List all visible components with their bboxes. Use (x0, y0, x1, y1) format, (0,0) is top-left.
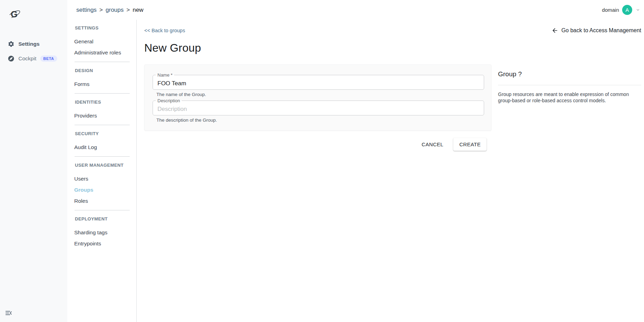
avatar: A (622, 5, 632, 15)
subnav-section-security: SECURITY (75, 130, 136, 137)
topbar: settings > groups > new domain A (67, 0, 644, 20)
group-form-card: Name * The name of the Group. Descriptio… (144, 64, 491, 131)
divider (75, 93, 130, 94)
go-back-access-management-link[interactable]: Go back to Access Management (551, 27, 641, 34)
go-back-label: Go back to Access Management (561, 27, 641, 34)
subnav-section-settings: SETTINGS (75, 25, 136, 32)
form-actions: CANCEL CREATE (144, 138, 491, 151)
breadcrumb-separator: > (127, 7, 130, 14)
arrow-left-icon (551, 27, 558, 34)
gear-icon (8, 41, 15, 47)
collapse-menu-icon[interactable] (4, 309, 14, 318)
subnav-item-providers[interactable]: Providers (74, 112, 136, 119)
subnav-item-users[interactable]: Users (74, 175, 136, 182)
subnav-item-general[interactable]: General (74, 38, 136, 45)
rail-item-settings[interactable]: Settings (0, 39, 67, 49)
subnav-section-identities: IDENTITIES (75, 99, 136, 106)
chevron-down-icon (635, 7, 641, 12)
main-top-row: << Back to groups Go back to Access Mana… (144, 27, 641, 34)
page-title: New Group (144, 42, 641, 54)
account-menu[interactable]: domain A (602, 5, 641, 15)
left-rail: G Settings Cockpit BETA (0, 0, 67, 322)
gravitee-logo-icon[interactable]: G (6, 7, 22, 21)
breadcrumb-settings[interactable]: settings (76, 7, 97, 14)
breadcrumb-separator: > (100, 7, 103, 14)
breadcrumb-new: new (132, 7, 143, 14)
breadcrumb-groups[interactable]: groups (106, 7, 124, 14)
group-name-input[interactable] (153, 75, 484, 90)
subnav-item-groups[interactable]: Groups (74, 186, 136, 193)
subnav-item-sharding-tags[interactable]: Sharding tags (74, 229, 136, 236)
form-column: Name * The name of the Group. Descriptio… (144, 64, 491, 151)
create-button[interactable]: CREATE (453, 138, 487, 151)
beta-badge: BETA (40, 55, 57, 62)
name-field: Name * (153, 75, 484, 90)
right-pane: settings > groups > new domain A SETTING… (67, 0, 644, 322)
divider (75, 156, 130, 157)
subnav-item-roles[interactable]: Roles (74, 198, 136, 204)
rail-cockpit-label: Cockpit (18, 55, 36, 62)
compass-icon (8, 55, 15, 62)
subnav-item-entrypoints[interactable]: Entrypoints (74, 240, 136, 247)
content-row: Name * The name of the Group. Descriptio… (144, 64, 641, 151)
divider (75, 210, 130, 210)
subnav-section-user-management: USER MANAGEMENT (75, 162, 136, 169)
main-content: << Back to groups Go back to Access Mana… (137, 20, 644, 322)
body-row: SETTINGS General Administrative roles DE… (67, 20, 644, 322)
description-field: Description (153, 101, 484, 115)
description-helper-text: The description of the Group. (156, 118, 484, 123)
help-panel: Group ? Group resources are meant to ena… (498, 64, 641, 104)
svg-text:G: G (11, 9, 17, 19)
subnav-section-deployment: DEPLOYMENT (75, 216, 136, 223)
subnav-item-forms[interactable]: Forms (74, 81, 136, 88)
app-root: G Settings Cockpit BETA (0, 0, 644, 322)
rail-item-cockpit[interactable]: Cockpit BETA (0, 53, 67, 64)
back-to-groups-link[interactable]: << Back to groups (144, 28, 185, 33)
breadcrumb: settings > groups > new (76, 7, 144, 14)
domain-label: domain (602, 7, 619, 13)
group-description-input[interactable] (153, 101, 484, 115)
divider (75, 125, 130, 125)
subnav-section-design: DESIGN (75, 67, 136, 74)
help-body-text: Group resources are meant to enable expr… (498, 91, 637, 104)
rail-nav: Settings Cockpit BETA (0, 39, 67, 68)
name-helper-text: The name of the Group. (156, 92, 484, 97)
subnav-item-administrative-roles[interactable]: Administrative roles (74, 49, 136, 56)
divider (498, 85, 641, 85)
settings-subnav: SETTINGS General Administrative roles DE… (67, 20, 137, 322)
subnav-item-audit-log[interactable]: Audit Log (74, 144, 136, 151)
rail-settings-label: Settings (18, 41, 40, 47)
divider (75, 62, 130, 62)
help-title: Group ? (498, 70, 641, 78)
cancel-button[interactable]: CANCEL (421, 138, 444, 150)
